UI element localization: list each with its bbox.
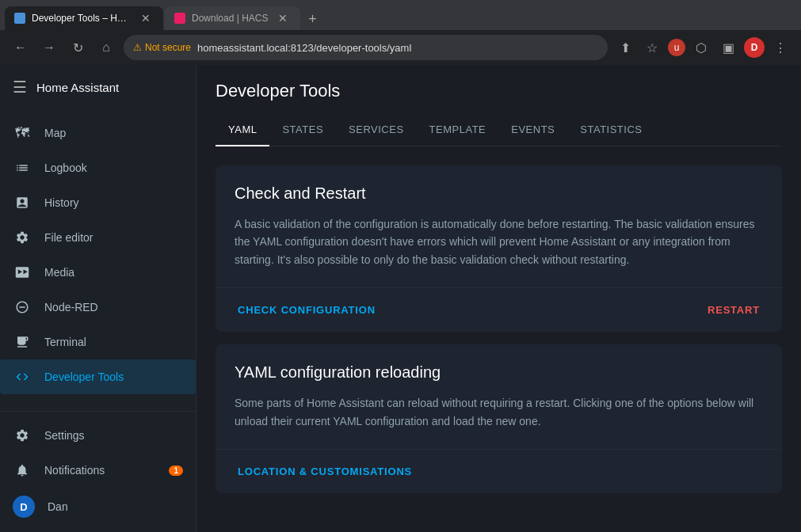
sidebar-item-node-red[interactable]: Node-RED	[0, 290, 196, 325]
tab-template[interactable]: TEMPLATE	[417, 114, 499, 146]
puzzle-icon[interactable]: ⬡	[690, 36, 712, 59]
history-icon	[13, 193, 32, 212]
sidebar-item-label-file-editor: File editor	[44, 231, 93, 244]
sidebar-item-label-notifications: Notifications	[44, 464, 105, 477]
nav-bar: ← → ↻ ⌂ ⚠ Not secure homeassistant.local…	[0, 30, 801, 65]
tab-label-hacs: Download | HACS	[192, 13, 269, 24]
sidebar-item-label-user: Dan	[48, 500, 68, 513]
notifications-icon	[13, 461, 32, 480]
check-restart-card: Check and Restart A basic validation of …	[216, 165, 782, 332]
tab-statistics[interactable]: STATISTICS	[567, 114, 654, 146]
hamburger-icon[interactable]: ☰	[13, 78, 27, 97]
sidebar-item-notifications[interactable]: Notifications 1	[0, 453, 196, 488]
address-text: homeassistant.local:8123/developer-tools…	[197, 42, 598, 54]
address-bar[interactable]: ⚠ Not secure homeassistant.local:8123/de…	[124, 35, 608, 60]
share-icon[interactable]: ⬆	[614, 36, 636, 59]
new-tab-button[interactable]: +	[302, 8, 324, 30]
main-content: Developer Tools YAML STATES SERVICES TEM…	[196, 65, 801, 532]
sidebar-item-terminal[interactable]: Terminal	[0, 325, 196, 359]
media-icon	[13, 263, 32, 282]
tab-close-devtools[interactable]: ✕	[138, 10, 154, 26]
check-restart-desc: A basic validation of the configuration …	[235, 215, 763, 268]
warning-icon: ⚠	[133, 42, 142, 53]
sidebar-item-label-node-red: Node-RED	[44, 301, 98, 314]
yaml-reload-desc: Some parts of Home Assistant can reload …	[235, 394, 763, 430]
tab-favicon-hacs	[174, 13, 185, 24]
yaml-reload-card: YAML configuration reloading Some parts …	[216, 344, 782, 493]
sidebar-item-user[interactable]: D Dan	[0, 488, 196, 526]
sidebar-item-label-media: Media	[44, 266, 74, 279]
security-warning: ⚠ Not secure	[133, 42, 191, 53]
file-editor-icon	[13, 228, 32, 247]
extension-icon[interactable]: u	[668, 39, 685, 56]
yaml-reload-title: YAML configuration reloading	[235, 363, 763, 382]
tab-hacs[interactable]: Download | HACS ✕	[165, 6, 300, 30]
location-customisations-button[interactable]: LOCATION & CUSTOMISATIONS	[235, 459, 415, 484]
sidebar-toggle-icon[interactable]: ▣	[717, 36, 739, 59]
notifications-badge: 1	[169, 466, 183, 476]
check-restart-actions: CHECK CONFIGURATION RESTART	[216, 287, 782, 332]
page-title: Developer Tools	[216, 81, 782, 101]
sidebar-item-label-developer-tools: Developer Tools	[44, 370, 124, 383]
tab-yaml[interactable]: YAML	[216, 114, 269, 146]
bookmark-icon[interactable]: ☆	[641, 36, 663, 59]
sidebar-item-developer-tools[interactable]: Developer Tools	[0, 359, 196, 394]
forward-button[interactable]: →	[38, 36, 60, 59]
reload-button[interactable]: ↻	[67, 36, 89, 59]
tab-bar: Developer Tools – Home Assist... ✕ Downl…	[0, 0, 801, 30]
home-button[interactable]: ⌂	[95, 36, 117, 59]
tab-services[interactable]: SERVICES	[336, 114, 417, 146]
node-red-icon	[13, 298, 32, 317]
sidebar-item-label-settings: Settings	[44, 429, 85, 442]
app-title: Home Assistant	[36, 81, 119, 94]
user-icon: D	[13, 496, 35, 518]
tab-nav: YAML STATES SERVICES TEMPLATE EVENTS STA…	[216, 114, 782, 146]
sidebar-bottom: Settings Notifications 1 D Dan	[0, 411, 196, 532]
restart-button[interactable]: RESTART	[704, 298, 763, 322]
cards-area: Check and Restart A basic validation of …	[196, 146, 801, 512]
sidebar: ☰ Home Assistant 🗺 Map Logbook History	[0, 65, 196, 532]
tab-devtools[interactable]: Developer Tools – Home Assist... ✕	[5, 6, 163, 30]
sidebar-item-media[interactable]: Media	[0, 255, 196, 290]
sidebar-header: ☰ Home Assistant	[0, 65, 196, 109]
tab-label-devtools: Developer Tools – Home Assist...	[32, 13, 132, 24]
warning-text: Not secure	[145, 42, 191, 53]
map-icon: 🗺	[13, 124, 32, 142]
tab-close-hacs[interactable]: ✕	[275, 10, 291, 26]
back-button[interactable]: ←	[10, 36, 32, 59]
page-header: Developer Tools YAML STATES SERVICES TEM…	[196, 65, 801, 146]
sidebar-item-logbook[interactable]: Logbook	[0, 150, 196, 185]
sidebar-item-label-history: History	[44, 196, 79, 209]
sidebar-item-settings[interactable]: Settings	[0, 418, 196, 453]
check-configuration-button[interactable]: CHECK CONFIGURATION	[235, 298, 379, 322]
sidebar-item-label-logbook: Logbook	[44, 162, 87, 174]
yaml-reload-actions: LOCATION & CUSTOMISATIONS	[216, 449, 782, 493]
user-avatar[interactable]: D	[744, 37, 765, 58]
sidebar-item-map[interactable]: 🗺 Map	[0, 116, 196, 150]
tab-events[interactable]: EVENTS	[498, 114, 567, 146]
sidebar-item-label-map: Map	[44, 127, 66, 139]
logbook-icon	[13, 158, 32, 177]
tab-favicon-devtools	[14, 13, 25, 24]
settings-icon	[13, 426, 32, 445]
sidebar-nav: 🗺 Map Logbook History File editor	[0, 109, 196, 411]
app-layout: ☰ Home Assistant 🗺 Map Logbook History	[0, 65, 801, 532]
tab-states[interactable]: STATES	[269, 114, 336, 146]
nav-actions: ⬆ ☆ u ⬡ ▣ D ⋮	[614, 36, 791, 59]
menu-dots-icon[interactable]: ⋮	[769, 36, 791, 59]
sidebar-item-label-terminal: Terminal	[44, 336, 86, 348]
browser-chrome: Developer Tools – Home Assist... ✕ Downl…	[0, 0, 801, 65]
developer-tools-icon	[13, 367, 32, 386]
check-restart-title: Check and Restart	[235, 184, 763, 203]
sidebar-item-history[interactable]: History	[0, 185, 196, 220]
sidebar-item-file-editor[interactable]: File editor	[0, 220, 196, 255]
terminal-icon	[13, 332, 32, 352]
